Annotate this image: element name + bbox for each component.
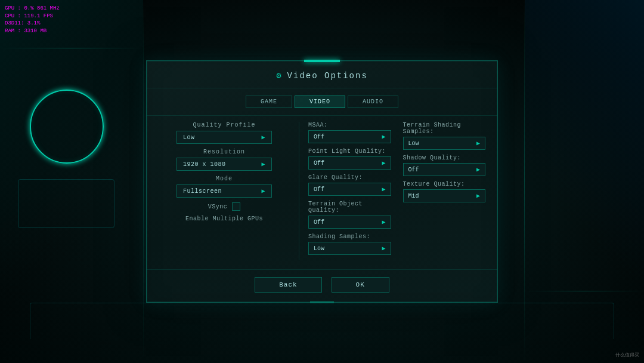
shadow-arrow: ▶ bbox=[476, 166, 480, 173]
enable-gpus-row: Enable Multiple GPUs bbox=[159, 216, 290, 222]
terrain-shading-arrow: ▶ bbox=[476, 140, 480, 147]
glare-value: Off bbox=[314, 186, 324, 193]
quality-profile-dropdown[interactable]: Low ▶ bbox=[177, 131, 272, 144]
resolution-row: 1920 x 1080 ▶ bbox=[159, 158, 290, 171]
point-light-dropdown[interactable]: Off ▶ bbox=[308, 156, 391, 170]
glare-label: Glare Quality: bbox=[308, 174, 391, 181]
tab-audio[interactable]: AUDIO bbox=[348, 96, 398, 108]
right-right-sub: Terrain Shading Samples: Low ▶ Shadow Qu… bbox=[403, 122, 486, 260]
glare-dropdown[interactable]: Off ▶ bbox=[308, 183, 391, 196]
resolution-value: 1920 x 1080 bbox=[183, 161, 226, 168]
tab-video[interactable]: VIDEO bbox=[295, 96, 345, 108]
enable-gpus-label: Enable Multiple GPUs bbox=[185, 216, 263, 222]
mode-row: Fullscreen ▶ bbox=[159, 184, 290, 198]
shading-samples-arrow: ▶ bbox=[382, 245, 385, 252]
resolution-dropdown[interactable]: 1920 x 1080 ▶ bbox=[177, 158, 272, 171]
terrain-object-label: Terrain Object Quality: bbox=[308, 201, 391, 214]
mode-label: Mode bbox=[159, 176, 290, 182]
mode-value: Fullscreen bbox=[183, 188, 222, 195]
dialog-title-text: Video Options bbox=[287, 71, 368, 81]
back-button[interactable]: Back bbox=[255, 277, 321, 293]
texture-value: Mid bbox=[408, 193, 419, 199]
right-left-sub: MSAA: Off ▶ Point Light Quality: Off ▶ bbox=[308, 122, 391, 260]
terrain-shading-value: Low bbox=[408, 140, 419, 147]
quality-profile-label: Quality Profile bbox=[159, 122, 290, 128]
dialog-title-bar: ⚙ Video Options bbox=[147, 61, 497, 88]
terrain-object-value: Off bbox=[314, 219, 324, 226]
texture-arrow: ▶ bbox=[476, 192, 480, 199]
quality-profile-value: Low bbox=[183, 134, 195, 141]
point-light-group: Point Light Quality: Off ▶ bbox=[308, 148, 391, 170]
dialog-deco-top bbox=[304, 60, 340, 62]
texture-dropdown[interactable]: Mid ▶ bbox=[403, 189, 486, 202]
terrain-object-dropdown[interactable]: Off ▶ bbox=[308, 216, 391, 229]
dialog-content: Quality Profile Low ▶ Resolution 1920 x … bbox=[147, 116, 497, 267]
shadow-value: Off bbox=[408, 167, 419, 173]
ok-button[interactable]: OK bbox=[332, 277, 389, 293]
right-column: MSAA: Off ▶ Point Light Quality: Off ▶ bbox=[308, 122, 485, 260]
tab-game[interactable]: GAME bbox=[246, 96, 292, 108]
shadow-dropdown[interactable]: Off ▶ bbox=[403, 163, 486, 176]
shading-samples-value: Low bbox=[314, 245, 324, 252]
glare-arrow: ▶ bbox=[382, 186, 385, 193]
texture-group: Texture Quality: Mid ▶ bbox=[403, 181, 486, 202]
gear-icon: ⚙ bbox=[276, 70, 282, 81]
shadow-group: Shadow Quality: Off ▶ bbox=[403, 155, 486, 176]
vsync-row: VSync bbox=[159, 202, 290, 211]
point-light-value: Off bbox=[314, 160, 324, 167]
glare-group: Glare Quality: Off ▶ bbox=[308, 174, 391, 196]
terrain-shading-label: Terrain Shading Samples: bbox=[403, 122, 486, 135]
mode-dropdown[interactable]: Fullscreen ▶ bbox=[177, 184, 272, 198]
column-divider bbox=[299, 122, 299, 260]
resolution-label: Resolution bbox=[159, 149, 290, 155]
quality-profile-arrow: ▶ bbox=[261, 134, 265, 141]
terrain-object-group: Terrain Object Quality: Off ▶ bbox=[308, 201, 391, 229]
dialog-footer: Back OK bbox=[147, 269, 497, 302]
msaa-group: MSAA: Off ▶ bbox=[308, 122, 391, 143]
quality-profile-row: Low ▶ bbox=[159, 131, 290, 144]
dialog-deco-bottom bbox=[310, 301, 334, 303]
shading-samples-group: Shading Samples: Low ▶ bbox=[308, 233, 391, 255]
shading-samples-label: Shading Samples: bbox=[308, 233, 391, 240]
msaa-dropdown[interactable]: Off ▶ bbox=[308, 130, 391, 143]
msaa-label: MSAA: bbox=[308, 122, 391, 128]
dialog-overlay: ⚙ Video Options GAME VIDEO AUDIO Quality… bbox=[0, 0, 644, 363]
resolution-arrow: ▶ bbox=[261, 161, 265, 168]
shadow-label: Shadow Quality: bbox=[403, 155, 486, 161]
terrain-shading-dropdown[interactable]: Low ▶ bbox=[403, 137, 486, 150]
msaa-value: Off bbox=[314, 134, 324, 140]
terrain-shading-group: Terrain Shading Samples: Low ▶ bbox=[403, 122, 486, 150]
settings-grid: MSAA: Off ▶ Point Light Quality: Off ▶ bbox=[308, 122, 485, 260]
terrain-object-arrow: ▶ bbox=[382, 219, 385, 226]
vsync-checkbox[interactable] bbox=[232, 202, 240, 211]
video-options-dialog: ⚙ Video Options GAME VIDEO AUDIO Quality… bbox=[146, 60, 498, 303]
mode-arrow: ▶ bbox=[261, 187, 265, 195]
left-column: Quality Profile Low ▶ Resolution 1920 x … bbox=[159, 122, 290, 260]
vsync-label: VSync bbox=[208, 204, 228, 210]
point-light-label: Point Light Quality: bbox=[308, 148, 391, 155]
msaa-arrow: ▶ bbox=[382, 133, 385, 140]
point-light-arrow: ▶ bbox=[382, 159, 385, 167]
shading-samples-dropdown[interactable]: Low ▶ bbox=[308, 242, 391, 255]
texture-label: Texture Quality: bbox=[403, 181, 486, 187]
tab-bar: GAME VIDEO AUDIO bbox=[147, 88, 497, 116]
